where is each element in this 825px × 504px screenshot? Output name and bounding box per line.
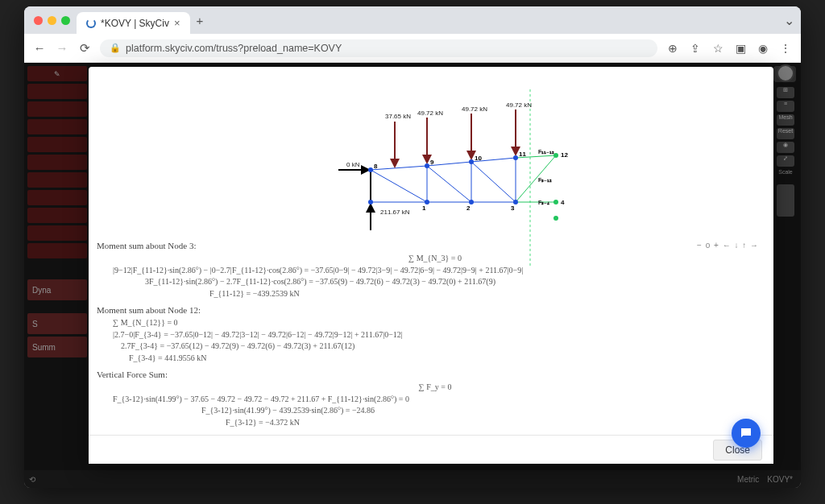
tab-title: *KOVY | SkyCiv <box>101 18 169 29</box>
eq-line: ∑ F_y = 0 <box>97 382 757 394</box>
eq-line: F_{11-12} = −439.2539 kN <box>97 288 757 300</box>
back-button[interactable]: ← <box>32 41 47 55</box>
eq-heading-1: Moment sum about Node 3: <box>97 240 757 253</box>
zoom-icon[interactable]: ⊕ <box>665 42 680 55</box>
forward-button: → <box>55 41 69 55</box>
svg-text:4: 4 <box>561 199 565 206</box>
svg-point-32 <box>368 167 373 172</box>
eq-line: F_{3-12}·sin(41.99°) − 37.65 − 49.72 − 4… <box>97 394 757 406</box>
svg-text:37.65 kN: 37.65 kN <box>385 113 411 120</box>
tab-favicon-icon <box>86 19 96 28</box>
eq-line: F_{3-12}·sin(41.99°) − 439.2539·sin(2.86… <box>97 405 757 417</box>
new-tab-button[interactable]: + <box>197 14 204 27</box>
svg-line-12 <box>371 170 427 202</box>
minimize-window-icon[interactable] <box>48 16 56 25</box>
maximize-window-icon[interactable] <box>61 16 70 25</box>
close-tab-icon[interactable]: × <box>174 17 180 29</box>
lock-icon: 🔒 <box>110 43 121 53</box>
modal-body: 37.65 kN 49.72 kN 49.72 kN 49.72 kN 0 kN… <box>89 67 773 435</box>
results-modal: 37.65 kN 49.72 kN 49.72 kN 49.72 kN 0 kN… <box>89 67 773 464</box>
eq-heading-3: Vertical Force Sum: <box>97 369 757 382</box>
star-icon[interactable]: ☆ <box>711 42 725 55</box>
svg-text:3: 3 <box>511 204 515 212</box>
eq-line: ∑ M_{N_3} = 0 <box>97 253 757 265</box>
eq-line: ∑ M_{N_{12}} = 0 <box>97 317 757 329</box>
svg-text:F₃₋₁₂: F₃₋₁₂ <box>538 177 552 183</box>
window-controls[interactable] <box>34 16 70 25</box>
svg-text:2: 2 <box>466 204 471 212</box>
eq-line: |9−12|F_{11-12}·sin(2.86°) − |0−2.7|F_{1… <box>97 265 757 277</box>
svg-text:F₁₁₋₁₂: F₁₁₋₁₂ <box>538 149 554 155</box>
svg-text:12: 12 <box>561 151 568 159</box>
svg-point-40 <box>553 153 558 158</box>
svg-point-49 <box>553 200 558 204</box>
svg-point-38 <box>513 155 518 160</box>
svg-line-13 <box>427 166 471 202</box>
tab-overflow-icon[interactable]: ⌄ <box>784 13 794 28</box>
url-input[interactable]: 🔒 platform.skyciv.com/truss?preload_name… <box>100 39 657 57</box>
svg-point-36 <box>469 159 474 164</box>
tab-bar: *KOVY | SkyCiv × + ⌄ <box>24 6 801 34</box>
eq-line: F_{3-4} = 441.9556 kN <box>97 353 757 365</box>
svg-text:1: 1 <box>422 204 426 212</box>
eq-line: 2.7F_{3-4} = −37.65(12) − 49.72(9) − 49.… <box>97 341 757 353</box>
svg-text:49.72 kN: 49.72 kN <box>417 109 443 117</box>
url-text: platform.skyciv.com/truss?preload_name=K… <box>126 43 342 54</box>
svg-text:11: 11 <box>519 151 526 158</box>
svg-point-42 <box>368 200 373 204</box>
svg-text:F₃₋₄: F₃₋₄ <box>538 200 549 205</box>
eq-line: F_{3-12} = −4.372 kN <box>97 417 757 429</box>
eq-line: 3F_{11-12}·sin(2.86°) − 2.7F_{11-12}·cos… <box>97 276 757 288</box>
eq-heading-2: Moment sum about Node 12: <box>97 304 757 317</box>
svg-text:0 kN: 0 kN <box>346 161 360 168</box>
share-icon[interactable]: ⇪ <box>688 42 703 55</box>
svg-line-0 <box>371 166 427 170</box>
browser-tab[interactable]: *KOVY | SkyCiv × <box>77 12 190 34</box>
svg-text:211.67 kN: 211.67 kN <box>380 209 410 216</box>
svg-text:49.72 kN: 49.72 kN <box>462 105 487 113</box>
reload-button[interactable]: ⟳ <box>77 41 92 56</box>
panel-icon[interactable]: ▣ <box>733 42 748 55</box>
svg-text:8: 8 <box>374 163 378 170</box>
profile-icon[interactable]: ◉ <box>756 42 770 55</box>
svg-text:9: 9 <box>430 159 434 166</box>
chat-bubble-icon[interactable] <box>732 419 761 448</box>
close-window-icon[interactable] <box>34 16 43 25</box>
eq-line: |2.7−0|F_{3-4} = −37.65|0−12| − 49.72|3−… <box>97 329 757 341</box>
svg-text:49.72 kN: 49.72 kN <box>506 101 532 109</box>
equations-block: Moment sum about Node 3: ∑ M_{N_3} = 0 |… <box>97 235 757 428</box>
svg-point-34 <box>425 163 429 168</box>
browser-window: *KOVY | SkyCiv × + ⌄ ← → ⟳ 🔒 platform.sk… <box>24 6 801 488</box>
load-arrow: 37.65 kN <box>385 113 411 167</box>
menu-icon[interactable]: ⋮ <box>778 42 793 55</box>
svg-point-51 <box>553 216 558 221</box>
address-bar: ← → ⟳ 🔒 platform.skyciv.com/truss?preloa… <box>24 34 801 63</box>
svg-text:10: 10 <box>475 155 482 162</box>
svg-line-14 <box>471 162 516 202</box>
modal-footer: Close <box>89 435 773 464</box>
